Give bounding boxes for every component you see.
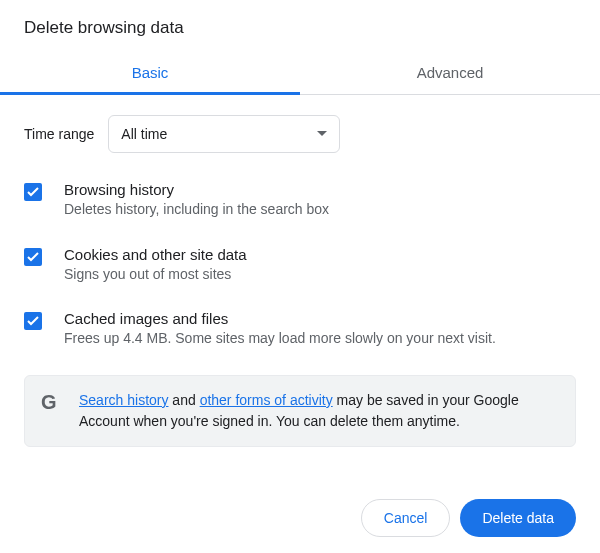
chevron-down-icon <box>317 131 327 137</box>
option-title: Cached images and files <box>64 310 496 327</box>
checkbox-cookies[interactable] <box>24 248 42 266</box>
time-range-value: All time <box>121 126 317 142</box>
cancel-button[interactable]: Cancel <box>361 499 451 537</box>
tab-basic[interactable]: Basic <box>0 52 300 94</box>
notice-text: Search history and other forms of activi… <box>79 390 559 432</box>
tab-advanced[interactable]: Advanced <box>300 52 600 94</box>
time-range-select[interactable]: All time <box>108 115 340 153</box>
option-title: Cookies and other site data <box>64 246 247 263</box>
option-desc: Deletes history, including in the search… <box>64 200 329 220</box>
search-history-link[interactable]: Search history <box>79 392 168 408</box>
option-desc: Frees up 4.4 MB. Some sites may load mor… <box>64 329 496 349</box>
option-cache: Cached images and files Frees up 4.4 MB.… <box>24 310 576 349</box>
dialog-title: Delete browsing data <box>0 0 600 52</box>
google-account-notice: G Search history and other forms of acti… <box>24 375 576 447</box>
checkbox-cache[interactable] <box>24 312 42 330</box>
option-cookies: Cookies and other site data Signs you ou… <box>24 246 576 285</box>
tabs: Basic Advanced <box>0 52 600 95</box>
option-title: Browsing history <box>64 181 329 198</box>
option-browsing-history: Browsing history Deletes history, includ… <box>24 181 576 220</box>
checkbox-browsing-history[interactable] <box>24 183 42 201</box>
dialog-footer: Cancel Delete data <box>361 499 576 537</box>
time-range-label: Time range <box>24 126 94 142</box>
other-activity-link[interactable]: other forms of activity <box>200 392 333 408</box>
delete-data-button[interactable]: Delete data <box>460 499 576 537</box>
option-desc: Signs you out of most sites <box>64 265 247 285</box>
google-logo-icon: G <box>41 392 61 412</box>
